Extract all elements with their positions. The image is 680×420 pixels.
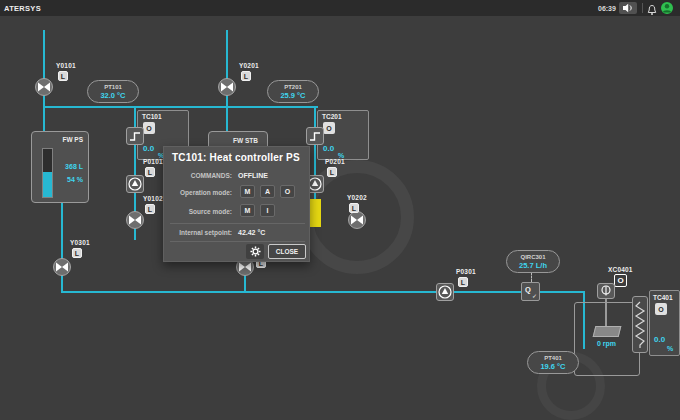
mixer-paddle bbox=[593, 326, 622, 337]
gauge-pt201[interactable]: PT201 25.9 °C bbox=[267, 80, 319, 103]
motor-icon bbox=[599, 285, 613, 297]
tc401-output-value: 0.0 bbox=[654, 335, 665, 344]
gauge-pt401[interactable]: PT401 19.6 °C bbox=[527, 351, 579, 374]
flow-sensor-letter: Q bbox=[525, 285, 531, 294]
valve-y0301-badge: L bbox=[72, 248, 82, 258]
controller-tc101-label: TC101 bbox=[142, 113, 162, 120]
settings-button[interactable] bbox=[246, 244, 264, 259]
alarm-bell-button[interactable] bbox=[646, 2, 658, 14]
valve-y0201-label: Y0201 bbox=[239, 62, 259, 69]
gauge-pt101[interactable]: PT101 32.0 °C bbox=[87, 80, 139, 103]
tc201-mode-button[interactable]: O bbox=[323, 122, 335, 134]
gauge-pt101-name: PT101 bbox=[88, 84, 138, 91]
setpoint-value: 42.42 °C bbox=[238, 229, 265, 236]
scada-screen: ATERSYS 06:39 bbox=[0, 0, 680, 420]
dialog-divider bbox=[170, 223, 305, 224]
speaker-icon bbox=[622, 3, 634, 13]
gauge-pt101-value: 32.0 °C bbox=[88, 91, 138, 100]
clock: 06:39 bbox=[598, 5, 616, 12]
tank-level-bar bbox=[42, 148, 53, 198]
tc201-output-value: 0.0 bbox=[323, 144, 334, 153]
tank-volume-value: 368 L bbox=[65, 163, 83, 170]
check-icon: ✓ bbox=[532, 292, 537, 299]
mixer-xc0401-label: XC0401 bbox=[608, 266, 633, 273]
valve-icon bbox=[349, 212, 365, 228]
valve-y0102-badge: L bbox=[145, 204, 155, 214]
valve-y0202-label: Y0202 bbox=[347, 194, 367, 201]
pump-icon bbox=[127, 176, 143, 192]
pipe-branch-y0302 bbox=[244, 274, 246, 293]
pump-p0101-badge: L bbox=[145, 167, 155, 177]
gauge-qirc301[interactable]: QIRC301 25.7 L/h bbox=[506, 250, 560, 273]
pipe-header-top bbox=[43, 106, 318, 108]
gauge-pt401-name: PT401 bbox=[528, 355, 578, 362]
tank-level-value: 54 % bbox=[67, 176, 83, 183]
tc401-output-unit: % bbox=[667, 345, 673, 352]
tank-level-fill bbox=[43, 172, 52, 197]
pump-p0301-badge: L bbox=[458, 277, 468, 287]
heating-coil-icon bbox=[634, 300, 646, 350]
bell-icon bbox=[646, 4, 658, 16]
pump-p0101[interactable] bbox=[126, 175, 144, 193]
top-bar: ATERSYS 06:39 bbox=[0, 0, 680, 16]
valve-y0202-badge: L bbox=[349, 203, 359, 213]
setpoint-label: Internal setpoint: bbox=[164, 229, 232, 236]
user-avatar-button[interactable] bbox=[661, 2, 673, 14]
operation-mode-m-button[interactable]: M bbox=[240, 185, 255, 198]
pump-p0201-badge: L bbox=[327, 167, 337, 177]
tc201-controller-icon[interactable] bbox=[306, 127, 324, 145]
operation-mode-a-button[interactable]: A bbox=[260, 185, 275, 198]
source-mode-i-button[interactable]: I bbox=[260, 204, 275, 217]
valve-icon bbox=[127, 212, 143, 228]
valve-y0202[interactable] bbox=[348, 211, 366, 229]
dialog-divider bbox=[170, 241, 305, 242]
dialog-title: TC101: Heat controller PS bbox=[172, 152, 300, 163]
pump-icon bbox=[437, 284, 453, 300]
pump-p0301-label: P0301 bbox=[456, 268, 476, 275]
tank-fw-stb-label: FW STB bbox=[233, 137, 258, 144]
topbar-divider bbox=[642, 3, 643, 13]
controller-tc401-label: TC401 bbox=[653, 294, 673, 301]
mixer-xc0401-badge: O bbox=[614, 274, 627, 287]
mixer-motor[interactable] bbox=[597, 283, 615, 299]
speaker-button[interactable] bbox=[619, 2, 637, 14]
heater-element bbox=[632, 296, 648, 353]
valve-y0101[interactable] bbox=[35, 78, 53, 96]
gauge-qirc301-value: 25.7 L/h bbox=[507, 261, 559, 270]
app-title: ATERSYS bbox=[4, 4, 41, 13]
source-mode-m-button[interactable]: M bbox=[240, 204, 255, 217]
controller-tc401[interactable]: TC401 O 0.0 % bbox=[649, 290, 680, 356]
user-icon bbox=[661, 2, 673, 14]
controller-tc201-label: TC201 bbox=[322, 113, 342, 120]
valve-icon bbox=[36, 79, 52, 95]
pump-p0301[interactable] bbox=[436, 283, 454, 301]
tc401-mode-button[interactable]: O bbox=[655, 303, 667, 315]
valve-y0102-label: Y0102 bbox=[143, 195, 163, 202]
mixer-shaft bbox=[605, 299, 607, 328]
mixing-tank bbox=[574, 302, 640, 376]
pump-p0101-label: P0101 bbox=[143, 158, 163, 165]
sensor-link-dotted-line bbox=[531, 272, 532, 282]
tank-fw-ps-label: FW PS bbox=[62, 136, 83, 143]
tc101-mode-button[interactable]: O bbox=[143, 122, 155, 134]
tank-fw-ps: FW PS 368 L 54 % bbox=[31, 131, 89, 203]
operation-mode-o-button[interactable]: O bbox=[280, 185, 295, 198]
valve-y0201-badge: L bbox=[241, 71, 251, 81]
controller-tc201[interactable]: TC201 O 0.0 % bbox=[317, 110, 369, 160]
valve-y0301-label: Y0301 bbox=[70, 239, 90, 246]
tc101-controller-icon[interactable] bbox=[126, 127, 144, 145]
gear-icon bbox=[250, 246, 261, 257]
operation-mode-label: Operation mode: bbox=[164, 189, 232, 196]
valve-y0301[interactable] bbox=[53, 258, 71, 276]
valve-y0102[interactable] bbox=[126, 211, 144, 229]
mixer-speed-value: 0 rpm bbox=[597, 340, 616, 347]
flow-sensor-qirc301[interactable]: Q ✓ bbox=[521, 282, 540, 301]
close-button[interactable]: CLOSE bbox=[268, 244, 306, 259]
valve-icon bbox=[219, 79, 235, 95]
gauge-pt201-value: 25.9 °C bbox=[268, 91, 318, 100]
tc101-faceplate-dialog: TC101: Heat controller PS COMMANDS: OFFL… bbox=[163, 146, 310, 262]
pipe-tank-outlet bbox=[61, 202, 63, 293]
valve-y0201[interactable] bbox=[218, 78, 236, 96]
source-mode-label: Source mode: bbox=[164, 208, 232, 215]
valve-icon bbox=[54, 259, 70, 275]
